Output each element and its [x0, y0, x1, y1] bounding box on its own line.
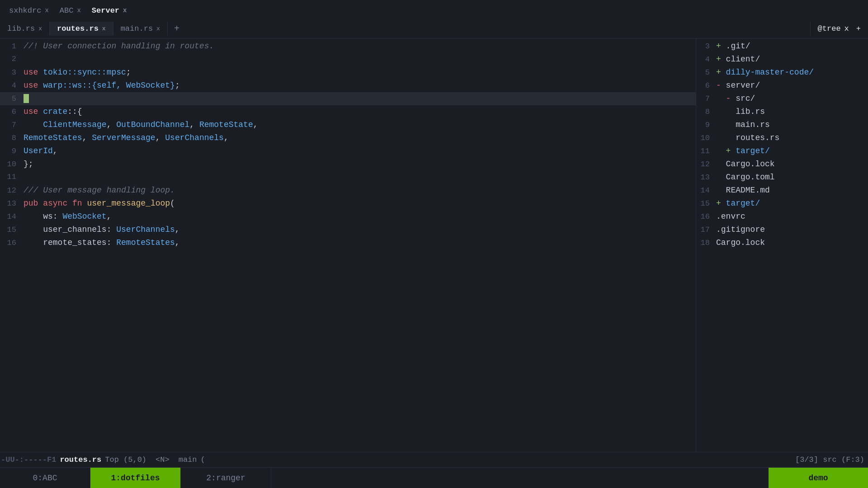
tree-tab[interactable]: @tree x + [810, 22, 868, 36]
tmux-right: demo [769, 468, 868, 488]
status-bar: -UU-:-----F1 routes.rs Top (5,0) <N> mai… [0, 452, 868, 467]
code-line-2: 2 [0, 53, 696, 66]
tree-line-6: 6 - server/ [696, 79, 868, 92]
tree-line-15: 15 + target/ [696, 197, 868, 210]
window-tab-sxhkdrc[interactable]: sxhkdrc x [4, 5, 54, 17]
code-line-15: 15 user_channels: UserChannels, [0, 223, 696, 236]
tmux-demo-label[interactable]: demo [769, 468, 868, 488]
main-area: 1 //! User connection handling in routes… [0, 39, 868, 452]
tree-line-9: 9 main.rs [696, 118, 868, 131]
status-extra: ( [201, 455, 205, 464]
code-line-5: 5 [0, 92, 696, 105]
window-tabs: sxhkdrc x ABC x Server x [0, 0, 868, 19]
tmux-bar: 0:ABC 1:dotfiles 2:ranger demo [0, 467, 868, 488]
tree-line-5: 5 + dilly-master-code/ [696, 66, 868, 79]
tree-line-3: 3 + .git/ [696, 40, 868, 53]
tree-line-11: 11 + target/ [696, 145, 868, 158]
tree-line-8: 8 lib.rs [696, 105, 868, 118]
code-line-4: 4 use warp::ws::{self, WebSocket}; [0, 79, 696, 92]
file-tab-main-rs[interactable]: main.rs x [113, 22, 168, 36]
file-tab-new[interactable]: + [168, 21, 186, 37]
code-area[interactable]: 1 //! User connection handling in routes… [0, 39, 696, 452]
tree-pane: 3 + .git/ 4 + client/ 5 + dilly-master-c… [696, 39, 868, 452]
status-right-text: [3/3] src (F:3) [795, 455, 864, 464]
code-line-13: 13 pub async fn user_message_loop( [0, 197, 696, 210]
code-line-14: 14 ws: WebSocket, [0, 210, 696, 223]
code-line-12: 12 /// User message handling loop. [0, 184, 696, 197]
file-tab-routes-rs[interactable]: routes.rs x [50, 22, 113, 36]
code-line-10: 10 }; [0, 158, 696, 171]
tree-line-10: 10 routes.rs [696, 131, 868, 145]
editor-pane: 1 //! User connection handling in routes… [0, 39, 696, 452]
tree-line-14: 14 README.md [696, 184, 868, 197]
tree-line-17: 17 .gitignore [696, 223, 868, 236]
window-tab-abc[interactable]: ABC x [54, 5, 86, 17]
tree-line-7: 7 - src/ [696, 92, 868, 105]
code-line-8: 8 RemoteStates, ServerMessage, UserChann… [0, 131, 696, 145]
status-filename: routes.rs [60, 455, 101, 464]
tree-line-18: 18 Cargo.lock [696, 236, 868, 249]
file-tabs: lib.rs x routes.rs x main.rs x + @tree x… [0, 19, 868, 39]
code-line-1: 1 //! User connection handling in routes… [0, 40, 696, 53]
status-right: [3/3] src (F:3) [795, 455, 868, 464]
code-line-9: 9 UserId, [0, 145, 696, 158]
code-line-7: 7 ClientMessage, OutBoundChannel, Remote… [0, 118, 696, 131]
code-line-11: 11 [0, 171, 696, 184]
tree-area: 3 + .git/ 4 + client/ 5 + dilly-master-c… [696, 39, 868, 452]
code-line-6: 6 use crate::{ [0, 105, 696, 118]
tree-line-4: 4 + client/ [696, 53, 868, 66]
status-nav: <N> [156, 455, 170, 464]
code-line-16: 16 remote_states: RemoteStates, [0, 236, 696, 249]
status-branch: main [179, 455, 197, 464]
status-position: Top (5,0) [105, 455, 146, 464]
tree-line-13: 13 Cargo.toml [696, 171, 868, 184]
code-line-3: 3 use tokio::sync::mpsc; [0, 66, 696, 79]
status-left: -UU-:-----F1 routes.rs Top (5,0) <N> mai… [0, 455, 795, 464]
tmux-window-1[interactable]: 1:dotfiles [90, 468, 181, 488]
tmux-window-0[interactable]: 0:ABC [0, 468, 90, 488]
tree-line-16: 16 .envrc [696, 210, 868, 223]
status-mode: -UU-:-----F1 [1, 455, 56, 464]
file-tab-lib-rs[interactable]: lib.rs x [0, 22, 50, 36]
tmux-window-2[interactable]: 2:ranger [181, 468, 271, 488]
window-tab-server[interactable]: Server x [86, 5, 132, 17]
tree-line-12: 12 Cargo.lock [696, 158, 868, 171]
